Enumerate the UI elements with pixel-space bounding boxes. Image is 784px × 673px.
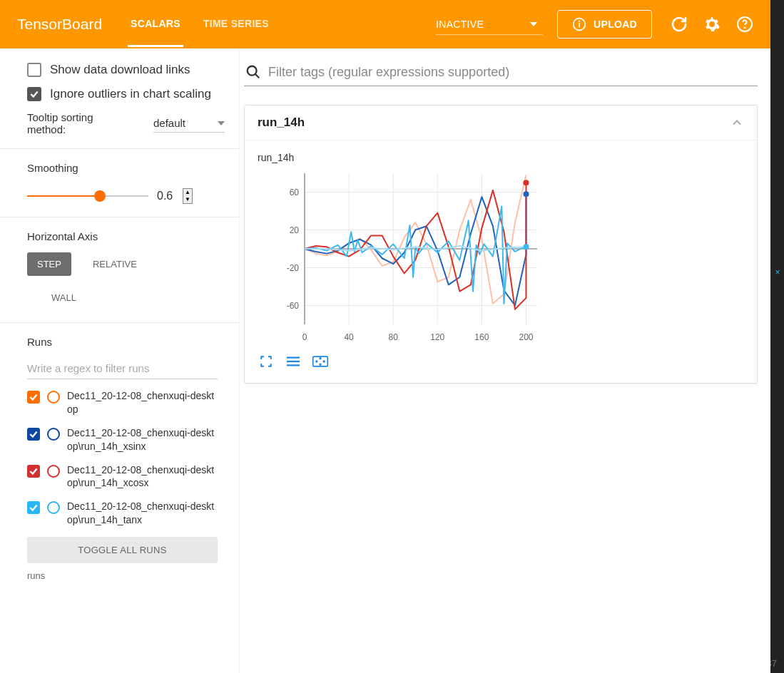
run-item[interactable]: Dec11_20-12-08_chenxuqi-desktop\run_14h_… [27, 426, 218, 453]
svg-text:60: 60 [290, 187, 300, 197]
main-panel: run_14h run_14h -60-20206004080120160200 [240, 48, 770, 673]
checkbox-icon [27, 87, 41, 101]
svg-text:120: 120 [430, 332, 444, 342]
scalar-card: run_14h run_14h -60-20206004080120160200 [244, 105, 758, 384]
runs-filter-input[interactable] [27, 358, 218, 379]
help-icon[interactable] [736, 16, 753, 33]
run-checkbox[interactable] [27, 501, 40, 514]
run-name: Dec11_20-12-08_chenxuqi-desktop\run_14h_… [67, 463, 218, 490]
run-item[interactable]: Dec11_20-12-08_chenxuqi-desktop\run_14h_… [27, 463, 218, 490]
axis-relative-button[interactable]: RELATIVE [83, 252, 147, 276]
run-color-swatch [47, 391, 60, 404]
svg-text:-20: -20 [287, 263, 300, 273]
fullscreen-icon[interactable] [258, 354, 275, 369]
chart-title: run_14h [258, 152, 744, 163]
axis-step-button[interactable]: STEP [27, 252, 71, 276]
svg-point-30 [523, 180, 529, 185]
info-icon [572, 17, 586, 31]
svg-point-2 [579, 21, 580, 21]
run-checkbox[interactable] [27, 391, 40, 404]
plugin-select-label: INACTIVE [436, 19, 484, 30]
run-name: Dec11_20-12-08_chenxuqi-desktop\run_14h_… [67, 500, 218, 527]
chevron-down-icon [530, 22, 537, 26]
chevron-up-icon [730, 115, 744, 130]
svg-text:20: 20 [290, 225, 300, 235]
chevron-down-icon [218, 121, 225, 125]
svg-text:200: 200 [519, 332, 533, 342]
horizontal-axis-label: Horizontal Axis [27, 230, 225, 242]
svg-point-37 [316, 361, 317, 362]
svg-line-6 [255, 74, 260, 78]
toggle-y-log-icon[interactable] [285, 354, 302, 369]
plugin-select[interactable]: INACTIVE [436, 14, 543, 35]
runs-title: Runs [27, 336, 218, 348]
toggle-all-runs-button[interactable]: TOGGLE ALL RUNS [27, 537, 218, 563]
svg-text:40: 40 [344, 332, 354, 342]
axis-wall-button[interactable]: WALL [41, 286, 225, 309]
run-color-swatch [47, 501, 60, 514]
smoothing-label: Smoothing [27, 162, 225, 174]
run-item[interactable]: Dec11_20-12-08_chenxuqi-desktop [27, 389, 218, 416]
run-checkbox[interactable] [27, 465, 40, 478]
chart[interactable]: -60-20206004080120160200 [258, 168, 544, 346]
svg-text:0: 0 [302, 332, 307, 342]
tab-time-series[interactable]: TIME SERIES [200, 2, 272, 47]
select-value: default [153, 117, 185, 129]
tooltip-sort-label: Tooltip sorting method: [27, 111, 113, 135]
card-title: run_14h [258, 115, 305, 130]
tab-scalars[interactable]: SCALARS [128, 2, 183, 47]
collapse-handle[interactable]: × [771, 264, 784, 281]
checkbox-label: Show data download links [50, 63, 190, 77]
smoothing-stepper[interactable]: ▲▼ [183, 188, 193, 204]
svg-point-40 [320, 364, 321, 365]
upload-label: UPLOAD [594, 19, 637, 30]
gear-icon[interactable] [703, 16, 721, 33]
tooltip-sort-select[interactable]: default [153, 114, 225, 133]
svg-text:160: 160 [474, 332, 489, 342]
svg-point-31 [523, 191, 529, 197]
svg-point-39 [320, 358, 321, 359]
svg-text:80: 80 [389, 332, 399, 342]
run-color-swatch [47, 428, 60, 441]
svg-point-38 [323, 361, 325, 362]
smoothing-slider[interactable] [27, 189, 148, 203]
upload-button[interactable]: UPLOAD [557, 10, 652, 38]
run-checkbox[interactable] [27, 428, 40, 441]
run-item[interactable]: Dec11_20-12-08_chenxuqi-desktop\run_14h_… [27, 500, 218, 527]
brand: TensorBoard [17, 16, 102, 33]
svg-text:-60: -60 [287, 301, 300, 311]
search-icon [245, 64, 261, 80]
svg-point-4 [745, 28, 745, 29]
run-name: Dec11_20-12-08_chenxuqi-desktop [67, 389, 218, 416]
show-download-links-toggle[interactable]: Show data download links [27, 63, 225, 77]
sidebar: Show data download links Ignore outliers… [0, 48, 240, 673]
nav-tabs: SCALARS TIME SERIES [128, 2, 272, 47]
ignore-outliers-toggle[interactable]: Ignore outliers in chart scaling [27, 87, 225, 101]
smoothing-value[interactable]: 0.6 [157, 190, 180, 202]
card-header[interactable]: run_14h [245, 106, 757, 140]
fit-domain-icon[interactable] [312, 354, 329, 369]
tag-filter [244, 61, 758, 86]
run-color-swatch [47, 465, 60, 478]
refresh-icon[interactable] [671, 16, 688, 33]
tag-filter-input[interactable] [268, 65, 756, 80]
runs-footer: runs [27, 570, 218, 581]
checkbox-icon [27, 63, 41, 77]
svg-point-32 [523, 244, 529, 250]
run-name: Dec11_20-12-08_chenxuqi-desktop\run_14h_… [67, 426, 218, 453]
checkbox-label: Ignore outliers in chart scaling [50, 87, 211, 101]
header: TensorBoard SCALARS TIME SERIES INACTIVE… [0, 0, 770, 48]
svg-point-5 [248, 66, 257, 76]
